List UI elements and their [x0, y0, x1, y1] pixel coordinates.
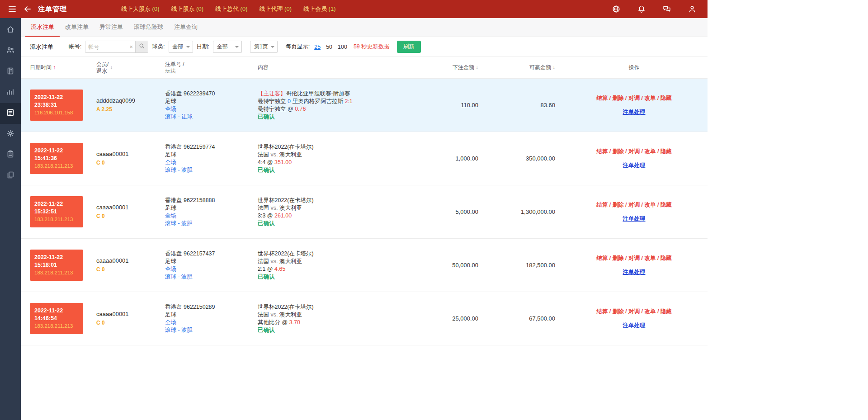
nav-online-general-agent[interactable]: 线上总代 (0) [215, 5, 248, 13]
op-swap[interactable]: 对调 [628, 95, 640, 101]
op-hide[interactable]: 隐藏 [660, 202, 672, 208]
content-span: 0.76 [295, 106, 306, 112]
op-swap[interactable]: 对调 [628, 202, 640, 208]
search-button[interactable] [135, 41, 148, 52]
filter-bar: 流水注单 帐号: × 球类: 全部 日期: 全部 第1页 每页显示: 25501… [21, 37, 708, 57]
account-input-wrap: × [85, 41, 148, 53]
refresh-countdown: 59 秒更新数据 [354, 43, 390, 51]
page-size-option[interactable]: 50 [326, 44, 332, 50]
tab-abnormal-orders[interactable]: 异常注单 [94, 18, 128, 37]
tab-rolling-danger-ball[interactable]: 滚球危险球 [128, 18, 169, 37]
tab-order-search[interactable]: 注单查询 [169, 18, 203, 37]
process-link[interactable]: 注单处理 [623, 109, 646, 115]
op-modify[interactable]: 改单 [644, 308, 656, 315]
play-link[interactable]: 滚球 - 波胆 [165, 327, 193, 333]
refresh-button[interactable]: 刷新 [397, 41, 421, 53]
op-settle[interactable]: 结算 [596, 202, 608, 208]
back-icon[interactable] [23, 4, 33, 14]
orders-icon [6, 108, 15, 119]
process-link[interactable]: 注单处理 [623, 162, 646, 169]
play-link[interactable]: 滚球 - 波胆 [165, 274, 193, 280]
scope-link[interactable]: 全场 [165, 319, 176, 326]
content-span: 澳大利亚 [279, 151, 302, 158]
op-swap[interactable]: 对调 [628, 148, 640, 155]
content-span: 世界杯2022(在卡塔尔) [258, 304, 314, 310]
globe-icon[interactable] [612, 5, 621, 14]
op-settle[interactable]: 结算 [596, 308, 608, 315]
content-span: 法国 [258, 205, 269, 211]
nav-online-shareholder[interactable]: 线上股东 (0) [171, 5, 204, 13]
op-hide[interactable]: 隐藏 [660, 148, 672, 155]
play-link[interactable]: 滚球 - 让球 [165, 113, 193, 120]
account-input[interactable] [85, 41, 127, 52]
column-header[interactable]: 可赢金额↓ [484, 64, 561, 71]
sidebar-item-statistics[interactable] [0, 82, 21, 103]
bet-number: 香港盘 9622157437 [165, 250, 258, 258]
nav-online-major-shareholder[interactable]: 线上大股东 (0) [121, 5, 160, 13]
play-link[interactable]: 滚球 - 波胆 [165, 220, 193, 227]
bet-ip: 183.218.211.213 [34, 269, 79, 277]
sidebar-item-orders[interactable] [0, 103, 21, 124]
nav-online-member[interactable]: 线上会员 (1) [303, 5, 336, 13]
nav-label: 线上代理 [259, 5, 283, 12]
op-delete[interactable]: 删除 [613, 202, 624, 208]
messages-icon[interactable] [662, 5, 671, 14]
column-header[interactable]: 会员/退水↓ [96, 61, 165, 75]
op-delete[interactable]: 删除 [613, 95, 624, 101]
sort-icon[interactable]: ↓ [476, 64, 478, 71]
sidebar-item-members[interactable] [0, 41, 21, 61]
bet-amount: 25,000.00 [429, 315, 484, 322]
op-hide[interactable]: 隐藏 [660, 95, 672, 101]
win-amount: 350,000.00 [484, 155, 561, 162]
scope-link[interactable]: 全场 [165, 212, 176, 219]
op-settle[interactable]: 结算 [596, 148, 608, 155]
sidebar-item-home[interactable] [0, 20, 21, 41]
ball-type-label: 球类: [152, 43, 165, 51]
scope-link[interactable]: 全场 [165, 106, 176, 112]
op-hide[interactable]: 隐藏 [660, 255, 672, 261]
op-modify[interactable]: 改单 [644, 255, 656, 261]
op-swap[interactable]: 对调 [628, 255, 640, 261]
nav-online-agent[interactable]: 线上代理 (0) [259, 5, 292, 13]
scope-link[interactable]: 全场 [165, 159, 176, 165]
sort-icon[interactable]: ↑ [53, 64, 56, 71]
date-select[interactable]: 全部 [213, 41, 242, 53]
process-link[interactable]: 注单处理 [623, 269, 646, 275]
menu-icon[interactable] [7, 4, 17, 14]
op-delete[interactable]: 删除 [613, 148, 624, 155]
sidebar-item-reports[interactable] [0, 61, 21, 82]
op-modify[interactable]: 改单 [644, 202, 656, 208]
op-settle[interactable]: 结算 [596, 255, 608, 261]
bell-icon[interactable] [637, 5, 646, 14]
tab-running-orders[interactable]: 流水注单 [25, 18, 60, 37]
user-icon[interactable] [688, 5, 697, 14]
page-select[interactable]: 第1页 [250, 41, 278, 53]
op-settle[interactable]: 结算 [596, 95, 608, 101]
op-modify[interactable]: 改单 [644, 148, 656, 155]
tab-modified-orders[interactable]: 改单注单 [60, 18, 94, 37]
scope-link[interactable]: 全场 [165, 266, 176, 272]
clear-icon[interactable]: × [127, 41, 135, 52]
member-cell: addddzaq0099A 2.25 [96, 97, 165, 113]
sidebar-item-settings[interactable] [0, 124, 21, 145]
member-name: caaaa00001 [96, 203, 165, 211]
op-delete[interactable]: 删除 [613, 308, 624, 315]
op-hide[interactable]: 隐藏 [660, 308, 672, 315]
op-swap[interactable]: 对调 [628, 308, 640, 315]
page-size-option[interactable]: 25 [314, 44, 321, 50]
op-delete[interactable]: 删除 [613, 255, 624, 261]
process-link[interactable]: 注单处理 [623, 322, 646, 329]
ball-type-select[interactable]: 全部 [169, 41, 193, 53]
sort-icon[interactable]: ↓ [552, 64, 555, 71]
column-header[interactable]: 下注金额↓ [429, 64, 484, 71]
page-size-group: 2550100 [314, 44, 347, 50]
sidebar-item-documents[interactable] [0, 165, 21, 186]
play-link[interactable]: 滚球 - 波胆 [165, 167, 193, 173]
op-modify[interactable]: 改单 [644, 95, 656, 101]
process-link[interactable]: 注单处理 [623, 216, 646, 222]
page-size-option[interactable]: 100 [338, 44, 347, 50]
column-header[interactable]: 日期时间↑ [30, 64, 96, 71]
bet-content: 世界杯2022(在卡塔尔)法国 vs. 澳大利亚4:4 @ 351.00已确认 [258, 143, 429, 174]
sidebar-item-clipboard[interactable] [0, 145, 21, 165]
sort-icon[interactable]: ↓ [110, 64, 113, 71]
